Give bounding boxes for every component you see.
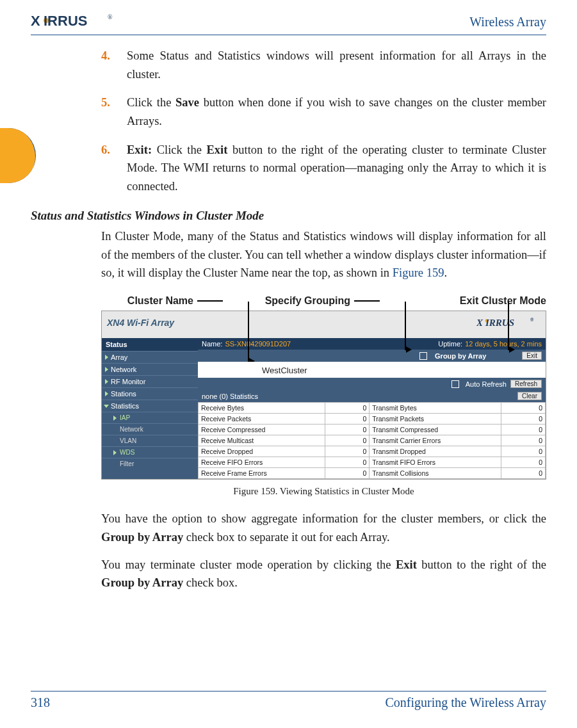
stat-label: Transmit Packets: [370, 414, 501, 425]
stat-label: Receive Frame Errors: [199, 468, 325, 479]
svg-text:X: X: [476, 318, 484, 328]
table-row: Receive Compressed0Transmit Compressed0: [199, 425, 546, 435]
stat-value: 0: [501, 446, 546, 457]
stat-label: Receive Compressed: [199, 425, 325, 435]
svg-text:IRRUS: IRRUS: [44, 13, 87, 29]
device-name: SS-XN0429091D207: [225, 340, 291, 348]
table-row: Receive Frame Errors0Transmit Collisions…: [199, 468, 546, 479]
page-footer: 318 Configuring the Wireless Array: [31, 691, 546, 710]
statistics-table: Receive Bytes0Transmit Bytes0Receive Pac…: [198, 402, 546, 479]
step-6: 6. Exit: Click the Exit button to the ri…: [101, 141, 546, 196]
screenshot-figure: XN4 Wi-Fi Array X IRRUS ® Status Array N…: [101, 311, 546, 480]
stat-label: Transmit Dropped: [370, 446, 501, 457]
step-text: Some Status and Statistics windows will …: [127, 49, 546, 81]
step-num: 5.: [101, 93, 110, 112]
table-row: Receive Multicast0Transmit Carrier Error…: [199, 435, 546, 446]
page-header: X IRRUS ® Wireless Array: [31, 13, 546, 35]
stat-value: 0: [501, 414, 546, 425]
table-row: Receive FIFO Errors0Transmit FIFO Errors…: [199, 457, 546, 468]
svg-text:IRRUS: IRRUS: [485, 318, 514, 328]
stat-label: Receive Multicast: [199, 435, 325, 446]
stat-label: Transmit Bytes: [370, 403, 501, 414]
sidebar-item-network[interactable]: Network: [102, 363, 198, 375]
stat-label: Receive Packets: [199, 414, 325, 425]
stat-value: 0: [325, 403, 370, 414]
table-row: Receive Dropped0Transmit Dropped0: [199, 446, 546, 457]
stat-label: Transmit Carrier Errors: [370, 435, 501, 446]
sidebar-item-statistics[interactable]: Statistics: [102, 400, 198, 412]
sidebar-item-wds[interactable]: WDS: [102, 446, 198, 458]
step-5: 5. Click the Save button when done if yo…: [101, 93, 546, 130]
svg-text:®: ®: [530, 318, 534, 322]
screenshot-sidebar: Status Array Network RF Monitor Stations…: [102, 338, 198, 479]
stat-value: 0: [325, 468, 370, 479]
figure-callouts: Cluster Name Specify Grouping Exit Clust…: [101, 295, 546, 307]
sidebar-item-iap[interactable]: IAP: [102, 412, 198, 423]
stat-value: 0: [501, 468, 546, 479]
figure-link[interactable]: Figure 159: [393, 266, 444, 279]
stat-label: Transmit Collisions: [370, 468, 501, 479]
callout-cluster-name: Cluster Name: [127, 295, 193, 307]
stat-value: 0: [325, 414, 370, 425]
cluster-name-label: WestCluster: [198, 362, 546, 378]
callout-exit-cluster: Exit Cluster Mode: [460, 295, 546, 307]
stat-value: 0: [325, 435, 370, 446]
stat-label: Transmit Compressed: [370, 425, 501, 435]
page-number: 318: [31, 695, 50, 710]
sidebar-item-filter[interactable]: Filter: [102, 458, 198, 469]
refresh-button[interactable]: Refresh: [510, 380, 542, 388]
stat-value: 0: [501, 425, 546, 435]
stat-label: Receive Bytes: [199, 403, 325, 414]
uptime-value: 12 days, 5 hours, 2 mins: [465, 340, 542, 348]
auto-refresh-checkbox[interactable]: [451, 380, 459, 388]
group-by-array-label: Group by Array: [435, 352, 486, 360]
exit-button[interactable]: Exit: [522, 352, 542, 360]
clear-button[interactable]: Clear: [517, 392, 542, 400]
svg-text:X: X: [31, 13, 40, 29]
auto-refresh-label: Auto Refresh: [466, 380, 507, 388]
stat-label: Receive FIFO Errors: [199, 457, 325, 468]
section-title: Configuring the Wireless Array: [385, 695, 546, 710]
step-num: 4.: [101, 47, 110, 65]
stat-value: 0: [501, 457, 546, 468]
step-4: 4. Some Status and Statistics windows wi…: [101, 47, 546, 83]
refresh-bar: Auto Refresh Refresh: [198, 378, 546, 390]
product-name: XN4 Wi-Fi Array: [107, 318, 174, 328]
callout-specify-grouping: Specify Grouping: [265, 295, 350, 307]
table-row: Receive Packets0Transmit Packets0: [199, 414, 546, 425]
stats-title-bar: none (0) Statistics Clear: [198, 390, 546, 402]
paragraph: In Cluster Mode, many of the Status and …: [31, 227, 546, 282]
sidebar-item-stations[interactable]: Stations: [102, 387, 198, 400]
stat-value: 0: [325, 457, 370, 468]
paragraph: You may terminate cluster mode operation…: [31, 556, 546, 592]
stat-label: Receive Dropped: [199, 446, 325, 457]
stats-title: none (0) Statistics: [202, 392, 258, 400]
table-row: Receive Bytes0Transmit Bytes0: [199, 403, 546, 414]
sidebar-item-vlan[interactable]: VLAN: [102, 435, 198, 446]
subheading: Status and Statistics Windows in Cluster…: [31, 206, 546, 225]
stat-value: 0: [501, 403, 546, 414]
stat-value: 0: [325, 425, 370, 435]
paragraph: You have the option to show aggregate in…: [31, 510, 546, 546]
sidebar-header: Status: [102, 338, 198, 351]
svg-text:®: ®: [108, 13, 113, 20]
stat-value: 0: [325, 446, 370, 457]
figure-caption: Figure 159. Viewing Statistics in Cluste…: [101, 486, 546, 497]
stat-value: 0: [501, 435, 546, 446]
step-num: 6.: [101, 141, 110, 159]
sidebar-item-network-sub[interactable]: Network: [102, 423, 198, 435]
sidebar-item-array[interactable]: Array: [102, 351, 198, 363]
doc-title: Wireless Array: [469, 15, 546, 29]
name-uptime-bar: Name:SS-XN0429091D207 Uptime:12 days, 5 …: [198, 338, 546, 350]
stat-label: Transmit FIFO Errors: [370, 457, 501, 468]
group-by-array-checkbox[interactable]: [419, 352, 427, 360]
brand-logo: X IRRUS ®: [31, 13, 127, 31]
sidebar-item-rf-monitor[interactable]: RF Monitor: [102, 375, 198, 387]
